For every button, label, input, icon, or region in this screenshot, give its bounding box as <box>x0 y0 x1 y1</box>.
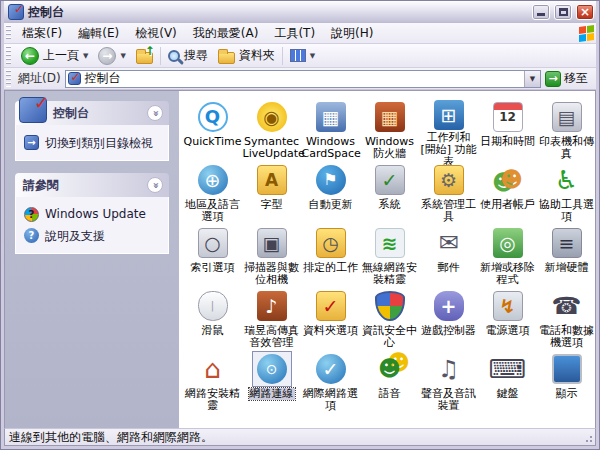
forward-icon: → <box>98 47 116 65</box>
speech-icon: ☻ <box>375 354 405 384</box>
panel-header: 請參閱 « <box>15 173 169 197</box>
task-pane-sidebar: 控制台 « → 切換到類別目錄檢視 請參閱 « <box>5 91 179 428</box>
item-label: 地區及語言選項 <box>183 199 242 223</box>
item-label: Windows 防火牆 <box>360 136 419 160</box>
item-accessibility[interactable]: ♿ 協助工具選項 <box>537 160 595 223</box>
mail-icon: ✉ <box>434 228 464 258</box>
toolbar-separator <box>160 47 161 65</box>
item-internet-options[interactable]: ✓ 網際網路選項 <box>301 349 360 412</box>
go-button[interactable]: → 移至 <box>545 70 592 87</box>
switch-view-icon: → <box>24 135 39 150</box>
item-keyboard[interactable]: ⌨ 鍵盤 <box>478 349 537 412</box>
folders-button[interactable]: 資料夾 <box>215 46 278 65</box>
menu-item[interactable]: 檢視(V) <box>127 23 185 44</box>
network-connections-icon: ⊙ <box>257 354 287 384</box>
back-dropdown-icon[interactable]: ▼ <box>83 52 88 60</box>
item-folder-options[interactable]: ✓ 資料夾選項 <box>301 286 360 349</box>
menu-item[interactable]: 我的最愛(A) <box>185 23 267 44</box>
control-panel-icon <box>8 4 24 20</box>
item-realtek-audio[interactable]: ♪ 瑞昱高傳真音效管理 <box>242 286 301 349</box>
item-game-controllers[interactable]: + 遊戲控制器 <box>419 286 478 349</box>
address-dropdown-button[interactable]: ▼ <box>524 71 540 87</box>
item-power-options[interactable]: ↯ 電源選項 <box>478 286 537 349</box>
close-button[interactable]: × <box>576 4 594 20</box>
address-value[interactable]: 控制台 <box>85 70 520 87</box>
item-liveupdate[interactable]: ◉ Symantec LiveUpdate <box>242 97 301 160</box>
status-bar: 連線到其他的電腦、網路和網際網路。 <box>4 428 596 446</box>
item-quicktime[interactable]: Q QuickTime <box>183 97 242 160</box>
forward-button[interactable]: → ▼ <box>95 46 128 66</box>
phone-modem-icon: ☎ <box>552 291 582 321</box>
item-user-accounts[interactable]: ☻ 使用者帳戶 <box>478 160 537 223</box>
menu-item[interactable]: 說明(H) <box>323 23 381 44</box>
taskbar-startmenu-icon: ⊞ <box>434 100 464 130</box>
item-label: 聲音及音訊裝置 <box>419 388 478 412</box>
control-panel-task-panel: 控制台 « → 切換到類別目錄檢視 <box>15 101 169 161</box>
menu-item[interactable]: 檔案(F) <box>14 23 70 44</box>
windows-logo-icon <box>579 24 594 41</box>
item-taskbar-startmenu[interactable]: ⊞ 工作列和 [開始] 功能表 <box>419 97 478 160</box>
item-label: 電話和數據機選項 <box>537 325 595 349</box>
collapse-chevron-icon[interactable]: « <box>147 177 163 193</box>
item-mail[interactable]: ✉ 郵件 <box>419 223 478 286</box>
item-add-hardware[interactable]: ≡ 新增硬體 <box>537 223 595 286</box>
item-wireless-wizard[interactable]: ≋ 無線網路安裝精靈 <box>360 223 419 286</box>
item-system[interactable]: ✓ 系統 <box>360 160 419 223</box>
item-fonts[interactable]: A 字型 <box>242 160 301 223</box>
toolbar-grip[interactable] <box>6 46 11 64</box>
item-indexing[interactable]: ○ 索引選項 <box>183 223 242 286</box>
item-scanners-cameras[interactable]: ▣ 掃描器與數位相機 <box>242 223 301 286</box>
item-phone-modem[interactable]: ☎ 電話和數據機選項 <box>537 286 595 349</box>
menu-item[interactable]: 編輯(E) <box>70 23 127 44</box>
icon-list-view[interactable]: Q QuickTime ◉ Symantec LiveUpdate ▦ Wind… <box>179 91 595 428</box>
item-security-center[interactable]: 資訊安全中心 <box>360 286 419 349</box>
task-link[interactable]: → 切換到類別目錄檢視 <box>24 135 162 152</box>
power-options-icon: ↯ <box>493 291 523 321</box>
forward-dropdown-icon[interactable]: ▼ <box>120 52 125 60</box>
address-combo[interactable]: 控制台 ▼ <box>65 70 541 88</box>
task-link[interactable]: ? 說明及支援 <box>24 228 162 245</box>
panel-title: 請參閱 <box>23 177 147 194</box>
task-link[interactable]: ? Windows Update <box>24 207 162 222</box>
item-printers-faxes[interactable]: ▤ 印表機和傳真 <box>537 97 595 160</box>
maximize-button[interactable] <box>554 4 572 20</box>
menu-item[interactable]: 工具(T) <box>266 23 323 44</box>
address-grip[interactable] <box>6 70 11 87</box>
item-label: 郵件 <box>437 262 461 274</box>
title-bar[interactable]: 控制台 × <box>4 1 596 23</box>
item-date-time[interactable]: 12 日期和時間 <box>478 97 537 160</box>
views-icon <box>290 49 306 62</box>
search-icon <box>168 50 180 62</box>
menu-bar: 檔案(F)編輯(E)檢視(V)我的最愛(A)工具(T)說明(H) <box>4 23 596 44</box>
back-button[interactable]: ← 上一頁 ▼ <box>18 46 91 66</box>
search-button[interactable]: 搜尋 <box>165 46 211 65</box>
firewall-icon: ▦ <box>375 102 405 132</box>
item-mouse[interactable]: | 滑鼠 <box>183 286 242 349</box>
toolbar: ← 上一頁 ▼ → ▼ 搜尋 資料夾 ▼ <box>4 44 596 68</box>
go-label: 移至 <box>564 70 588 87</box>
item-sounds-audio[interactable]: ♫ 聲音及音訊裝置 <box>419 349 478 412</box>
item-speech[interactable]: ☻ 語音 <box>360 349 419 412</box>
up-button[interactable] <box>133 47 156 65</box>
item-admin-tools[interactable]: ⚙ 系統管理工具 <box>419 160 478 223</box>
item-network-connections[interactable]: ⊙ 網路連線 <box>242 349 301 412</box>
item-display[interactable]: 顯示 <box>537 349 595 412</box>
item-firewall[interactable]: ▦ Windows 防火牆 <box>360 97 419 160</box>
item-automatic-updates[interactable]: ⚑ 自動更新 <box>301 160 360 223</box>
item-label: 資料夾選項 <box>302 325 359 337</box>
resize-grip[interactable] <box>582 432 594 444</box>
item-scheduled-tasks[interactable]: ◷ 排定的工作 <box>301 223 360 286</box>
item-cardspace[interactable]: ▦ Windows CardSpace <box>301 97 360 160</box>
menu-grip[interactable] <box>6 25 11 41</box>
views-dropdown-icon[interactable]: ▼ <box>310 52 315 60</box>
item-network-wizard[interactable]: ⌂ 網路安裝精靈 <box>183 349 242 412</box>
item-add-remove-programs[interactable]: ◎ 新增或移除程式 <box>478 223 537 286</box>
mouse-icon: | <box>198 291 228 321</box>
item-label: 網路安裝精靈 <box>183 388 242 412</box>
minimize-icon <box>537 13 545 16</box>
views-button[interactable]: ▼ <box>287 48 318 63</box>
item-regional-language[interactable]: ⊕ 地區及語言選項 <box>183 160 242 223</box>
minimize-button[interactable] <box>532 4 550 20</box>
collapse-chevron-icon[interactable]: « <box>147 105 163 121</box>
address-label: 網址(D) <box>18 70 61 87</box>
